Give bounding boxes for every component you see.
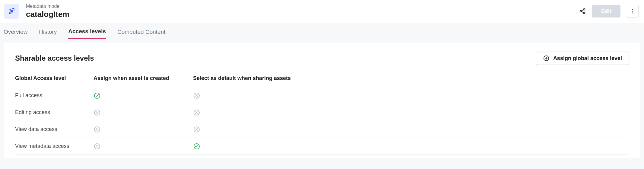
share-button[interactable] [578,7,587,15]
x-circle-icon [193,92,200,99]
x-circle-icon [193,109,200,116]
svg-line-3 [581,10,584,11]
table-row: View metadata access [15,138,629,155]
kebab-icon [629,8,635,14]
assign-global-access-button[interactable]: Assign global access level [536,52,629,65]
x-circle-icon [94,143,101,150]
row-default-cell[interactable] [193,143,629,150]
table-row: Full access [15,87,629,104]
more-menu-button[interactable] [626,5,639,18]
row-default-cell[interactable] [193,126,629,133]
row-assign-cell[interactable] [94,143,193,150]
check-circle-icon [193,143,200,150]
row-assign-cell[interactable] [94,92,193,99]
tab-access-levels[interactable]: Access levels [68,24,106,39]
row-assign-cell[interactable] [94,109,193,116]
svg-line-4 [581,11,584,13]
row-default-cell[interactable] [193,92,629,99]
col-header-default: Select as default when sharing assets [193,75,629,81]
share-icon [579,8,586,15]
entity-icon [4,4,19,19]
entity-title: catalogItem [26,10,578,19]
row-default-cell[interactable] [193,109,629,116]
metadata-model-icon [8,7,16,15]
x-circle-icon [193,126,200,133]
access-levels-panel: Sharable access levels Assign global acc… [4,43,640,158]
table-row: View data access [15,121,629,138]
row-level-label: View data access [15,126,94,132]
row-level-label: Editing access [15,109,94,116]
check-circle-icon [94,92,101,99]
svg-point-7 [632,12,633,13]
page-header: Metadata model catalogItem Edit [0,0,644,23]
tab-computed-content[interactable]: Computed Content [117,24,166,39]
edit-button[interactable]: Edit [592,5,620,18]
plus-circle-icon [543,55,550,62]
tab-bar: Overview History Access levels Computed … [0,23,644,40]
svg-point-5 [632,9,633,10]
table-header: Global Access level Assign when asset is… [15,75,629,87]
entity-subtitle: Metadata model [26,4,578,9]
tab-history[interactable]: History [39,24,57,39]
row-level-label: Full access [15,92,94,99]
x-circle-icon [94,126,101,133]
x-circle-icon [94,109,101,116]
row-assign-cell[interactable] [94,126,193,133]
col-header-assign: Assign when asset is created [94,75,193,81]
tab-overview[interactable]: Overview [4,24,27,39]
table-row: Editing access [15,104,629,121]
col-header-level: Global Access level [15,75,94,81]
row-level-label: View metadata access [15,143,94,149]
assign-button-label: Assign global access level [553,55,622,62]
panel-title: Sharable access levels [15,54,94,62]
svg-point-6 [632,11,633,11]
